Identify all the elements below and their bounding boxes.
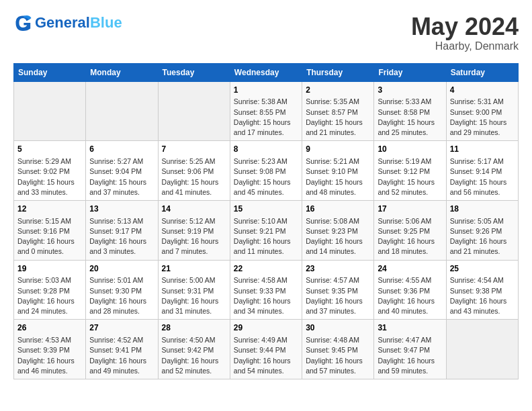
calendar-cell: 23Sunrise: 4:57 AMSunset: 9:35 PMDayligh…	[302, 260, 374, 320]
calendar-cell: 27Sunrise: 4:52 AMSunset: 9:41 PMDayligh…	[86, 320, 158, 379]
day-number: 5	[17, 144, 82, 155]
calendar-cell: 28Sunrise: 4:50 AMSunset: 9:42 PMDayligh…	[158, 320, 230, 379]
calendar-cell: 18Sunrise: 5:05 AMSunset: 9:26 PMDayligh…	[446, 200, 518, 260]
calendar-cell: 22Sunrise: 4:58 AMSunset: 9:33 PMDayligh…	[230, 260, 302, 320]
day-number: 7	[162, 144, 226, 155]
day-info: Sunrise: 5:06 AMSunset: 9:25 PMDaylight:…	[378, 216, 442, 257]
day-number: 10	[378, 144, 442, 155]
calendar-cell: 15Sunrise: 5:10 AMSunset: 9:21 PMDayligh…	[230, 200, 302, 260]
calendar-week-3: 12Sunrise: 5:15 AMSunset: 9:16 PMDayligh…	[14, 200, 519, 260]
day-info: Sunrise: 5:38 AMSunset: 8:55 PMDaylight:…	[234, 97, 298, 138]
day-number: 3	[378, 85, 442, 96]
day-info: Sunrise: 5:19 AMSunset: 9:12 PMDaylight:…	[378, 156, 442, 197]
header-saturday: Saturday	[446, 63, 518, 81]
subtitle: Haarby, Denmark	[411, 40, 519, 52]
calendar-cell: 30Sunrise: 4:48 AMSunset: 9:45 PMDayligh…	[302, 320, 374, 379]
day-number: 20	[89, 263, 154, 275]
day-info: Sunrise: 4:48 AMSunset: 9:45 PMDaylight:…	[306, 335, 370, 376]
day-info: Sunrise: 5:01 AMSunset: 9:30 PMDaylight:…	[89, 275, 154, 316]
calendar-cell	[86, 81, 158, 141]
calendar-cell: 19Sunrise: 5:03 AMSunset: 9:28 PMDayligh…	[14, 260, 86, 320]
day-number: 24	[378, 263, 442, 275]
calendar-cell: 17Sunrise: 5:06 AMSunset: 9:25 PMDayligh…	[374, 200, 446, 260]
day-info: Sunrise: 4:58 AMSunset: 9:33 PMDaylight:…	[234, 275, 298, 316]
day-info: Sunrise: 5:35 AMSunset: 8:57 PMDaylight:…	[306, 97, 370, 138]
main-title: May 2024	[411, 13, 519, 40]
day-number: 31	[378, 322, 442, 334]
day-number: 28	[162, 322, 226, 334]
calendar-week-4: 19Sunrise: 5:03 AMSunset: 9:28 PMDayligh…	[14, 260, 519, 320]
calendar-cell: 8Sunrise: 5:23 AMSunset: 9:08 PMDaylight…	[230, 141, 302, 201]
day-info: Sunrise: 5:23 AMSunset: 9:08 PMDaylight:…	[234, 156, 298, 197]
day-info: Sunrise: 5:13 AMSunset: 9:17 PMDaylight:…	[89, 216, 154, 257]
logo-icon	[13, 13, 32, 32]
day-number: 17	[378, 203, 442, 215]
day-info: Sunrise: 5:12 AMSunset: 9:19 PMDaylight:…	[162, 216, 226, 257]
calendar-cell: 21Sunrise: 5:00 AMSunset: 9:31 PMDayligh…	[158, 260, 230, 320]
header-sunday: Sunday	[14, 63, 86, 81]
header-wednesday: Wednesday	[230, 63, 302, 81]
day-info: Sunrise: 5:27 AMSunset: 9:04 PMDaylight:…	[89, 156, 154, 197]
day-info: Sunrise: 5:08 AMSunset: 9:23 PMDaylight:…	[306, 216, 370, 257]
calendar-cell: 4Sunrise: 5:31 AMSunset: 9:00 PMDaylight…	[446, 81, 518, 141]
day-info: Sunrise: 5:05 AMSunset: 9:26 PMDaylight:…	[450, 216, 515, 257]
day-number: 2	[306, 85, 370, 96]
day-number: 14	[162, 203, 226, 215]
header-friday: Friday	[374, 63, 446, 81]
day-info: Sunrise: 5:33 AMSunset: 8:58 PMDaylight:…	[378, 97, 442, 138]
calendar-header-row: SundayMondayTuesdayWednesdayThursdayFrid…	[14, 63, 519, 81]
calendar-cell: 14Sunrise: 5:12 AMSunset: 9:19 PMDayligh…	[158, 200, 230, 260]
calendar-cell	[158, 81, 230, 141]
calendar-cell: 2Sunrise: 5:35 AMSunset: 8:57 PMDaylight…	[302, 81, 374, 141]
day-info: Sunrise: 5:00 AMSunset: 9:31 PMDaylight:…	[162, 275, 226, 316]
calendar-cell: 29Sunrise: 4:49 AMSunset: 9:44 PMDayligh…	[230, 320, 302, 379]
calendar-cell: 20Sunrise: 5:01 AMSunset: 9:30 PMDayligh…	[86, 260, 158, 320]
day-info: Sunrise: 4:53 AMSunset: 9:39 PMDaylight:…	[17, 335, 82, 376]
day-info: Sunrise: 5:17 AMSunset: 9:14 PMDaylight:…	[450, 156, 515, 197]
day-info: Sunrise: 5:29 AMSunset: 9:02 PMDaylight:…	[17, 156, 82, 197]
calendar-cell: 16Sunrise: 5:08 AMSunset: 9:23 PMDayligh…	[302, 200, 374, 260]
title-block: May 2024 Haarby, Denmark	[411, 13, 519, 52]
day-number: 21	[162, 263, 226, 275]
day-info: Sunrise: 4:50 AMSunset: 9:42 PMDaylight:…	[162, 335, 226, 376]
calendar-cell: 10Sunrise: 5:19 AMSunset: 9:12 PMDayligh…	[374, 141, 446, 201]
day-number: 11	[450, 144, 515, 155]
calendar-cell: 11Sunrise: 5:17 AMSunset: 9:14 PMDayligh…	[446, 141, 518, 201]
day-number: 25	[450, 263, 515, 275]
header-thursday: Thursday	[302, 63, 374, 81]
day-info: Sunrise: 5:25 AMSunset: 9:06 PMDaylight:…	[162, 156, 226, 197]
calendar-week-5: 26Sunrise: 4:53 AMSunset: 9:39 PMDayligh…	[14, 320, 519, 379]
day-number: 22	[234, 263, 298, 275]
day-number: 16	[306, 203, 370, 215]
day-info: Sunrise: 4:55 AMSunset: 9:36 PMDaylight:…	[378, 275, 442, 316]
day-number: 29	[234, 322, 298, 334]
logo-text: GeneralBlue	[35, 15, 122, 31]
day-number: 19	[17, 263, 82, 275]
day-number: 9	[306, 144, 370, 155]
calendar-cell: 12Sunrise: 5:15 AMSunset: 9:16 PMDayligh…	[14, 200, 86, 260]
calendar-cell: 5Sunrise: 5:29 AMSunset: 9:02 PMDaylight…	[14, 141, 86, 201]
calendar-cell: 24Sunrise: 4:55 AMSunset: 9:36 PMDayligh…	[374, 260, 446, 320]
calendar-cell	[446, 320, 518, 379]
calendar-cell: 31Sunrise: 4:47 AMSunset: 9:47 PMDayligh…	[374, 320, 446, 379]
day-info: Sunrise: 5:03 AMSunset: 9:28 PMDaylight:…	[17, 275, 82, 316]
day-number: 18	[450, 203, 515, 215]
calendar-cell: 1Sunrise: 5:38 AMSunset: 8:55 PMDaylight…	[230, 81, 302, 141]
day-info: Sunrise: 5:15 AMSunset: 9:16 PMDaylight:…	[17, 216, 82, 257]
page-header: GeneralBlue May 2024 Haarby, Denmark	[13, 13, 519, 52]
day-number: 27	[89, 322, 154, 334]
calendar-cell: 25Sunrise: 4:54 AMSunset: 9:38 PMDayligh…	[446, 260, 518, 320]
day-info: Sunrise: 5:10 AMSunset: 9:21 PMDaylight:…	[234, 216, 298, 257]
calendar-cell: 26Sunrise: 4:53 AMSunset: 9:39 PMDayligh…	[14, 320, 86, 379]
logo-blue: Blue	[90, 14, 122, 31]
day-info: Sunrise: 5:21 AMSunset: 9:10 PMDaylight:…	[306, 156, 370, 197]
calendar-table: SundayMondayTuesdayWednesdayThursdayFrid…	[13, 63, 519, 379]
day-info: Sunrise: 4:57 AMSunset: 9:35 PMDaylight:…	[306, 275, 370, 316]
calendar-cell: 7Sunrise: 5:25 AMSunset: 9:06 PMDaylight…	[158, 141, 230, 201]
day-number: 6	[89, 144, 154, 155]
day-info: Sunrise: 5:31 AMSunset: 9:00 PMDaylight:…	[450, 97, 515, 138]
calendar-cell: 13Sunrise: 5:13 AMSunset: 9:17 PMDayligh…	[86, 200, 158, 260]
logo-general: General	[35, 14, 90, 31]
day-number: 8	[234, 144, 298, 155]
day-number: 15	[234, 203, 298, 215]
